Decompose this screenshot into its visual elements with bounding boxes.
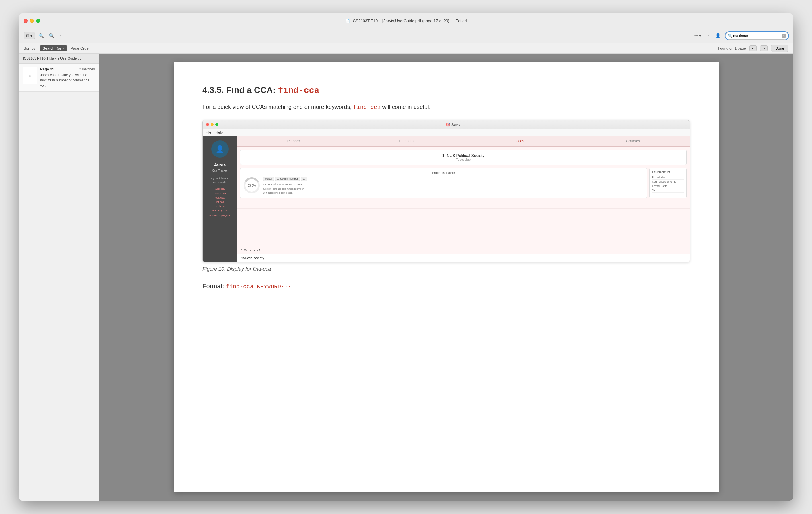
search-rank-button[interactable]: Search Rank <box>40 45 67 51</box>
empty-row <box>237 198 690 209</box>
empty-row <box>237 209 690 219</box>
result-page: Page 25 <box>40 67 54 71</box>
app-sidebar-desc: Try the following commands: <box>206 177 234 184</box>
search-sidebar: [CS2103T-T10-1][Jarvis]UserGuide.pd ▤ Pa… <box>19 54 99 501</box>
share-icon-btn[interactable]: ↑ <box>706 32 710 39</box>
tab-finances[interactable]: Finances <box>350 136 464 146</box>
app-body: 👤 Jarvis Cca Tracker Try the following c… <box>203 136 690 262</box>
share-button[interactable]: ↑ <box>58 32 62 39</box>
tab-ccas[interactable]: Ccas <box>463 136 577 146</box>
sort-by-label: Sort by: <box>24 46 36 51</box>
progress-inner: 33.3% helper subcomm member su <box>243 177 644 195</box>
format-code: find-cca KEYWORD··· <box>226 283 291 290</box>
app-title-text: 🎯 Jarvis <box>446 123 460 127</box>
svg-text:33.3%: 33.3% <box>248 184 256 187</box>
equip-item-4: Tie <box>652 188 684 192</box>
app-title-bar: 🎯 Jarvis <box>203 120 690 129</box>
sidebar-file-header: [CS2103T-T10-1][Jarvis]UserGuide.pd <box>19 54 99 64</box>
cca-card: 1. NUS Political Society Type: club <box>240 150 687 165</box>
prev-page-button[interactable]: < <box>750 45 757 51</box>
zoom-out-button[interactable]: 🔍 <box>37 32 45 39</box>
section-code: find-cca <box>278 86 319 95</box>
cca-name: 1. NUS Political Society <box>244 153 683 158</box>
pdf-page: 4.3.5. Find a CCA: find-cca For a quick … <box>174 62 719 492</box>
sidebar-toggle-button[interactable]: ⊞ ▾ <box>24 32 35 39</box>
figure-screenshot: 🎯 Jarvis File Help 👤 Jar <box>202 120 690 262</box>
search-clear-button[interactable]: ✕ <box>782 33 786 38</box>
toolbar: ⊞ ▾ 🔍 🔍 ↑ ✏ ▾ ↑ 👤 🔍 ✕ <box>19 28 793 43</box>
next-page-button[interactable]: > <box>760 45 767 51</box>
progress-info: helper subcomm member su Current milesto… <box>263 177 644 195</box>
equip-item-3: Formal Pants <box>652 184 684 188</box>
next-milestone: Next milestone: committee member <box>263 187 644 191</box>
tag-subcomm: subcomm member <box>275 177 300 181</box>
format-line: Format: find-cca KEYWORD··· <box>202 282 690 290</box>
pdf-content: 4.3.5. Find a CCA: find-cca For a quick … <box>99 54 793 501</box>
user-icon: 👤 <box>715 33 721 38</box>
result-info: Page 25 2 matches Jarvis can provide you… <box>40 67 95 88</box>
pencil-icon: ✏ <box>694 33 698 38</box>
sidebar-icon: ⊞ <box>26 33 29 38</box>
done-button[interactable]: Done <box>771 45 788 52</box>
result-text: Jarvis can provide you with the maximum … <box>40 72 95 88</box>
maximize-button[interactable] <box>36 19 40 23</box>
result-page-line: Page 25 2 matches <box>40 67 95 71</box>
found-text: Found on 1 page <box>718 46 746 51</box>
figure-caption: Figure 10. Display for find-cca <box>202 266 690 272</box>
user-button[interactable]: 👤 <box>714 32 722 39</box>
share-icon: ↑ <box>59 33 61 38</box>
find-cca-code: find-cca <box>353 104 381 111</box>
sidebar-result-item[interactable]: ▤ Page 25 2 matches Jarvis can provide y… <box>19 64 99 92</box>
chevron-down-icon: ▾ <box>699 33 701 38</box>
document-icon: 📄 <box>345 19 350 23</box>
main-window: 📄 [CS2103T-T10-1][Jarvis]UserGuide.pdf (… <box>19 13 793 501</box>
tag-helper: helper <box>263 177 274 181</box>
annotate-button[interactable]: ✏ ▾ <box>693 32 702 39</box>
app-sidebar: 👤 Jarvis Cca Tracker Try the following c… <box>203 136 237 262</box>
status-bar: 1 Ccas listed! <box>237 246 690 254</box>
result-matches: 2 matches <box>79 67 95 71</box>
milestone-tags: helper subcomm member su <box>263 177 644 181</box>
search-input[interactable] <box>725 32 788 39</box>
search-icon: 🔍 <box>728 33 732 38</box>
chevron-down-icon: ▾ <box>30 33 32 38</box>
progress-chart: 33.3% <box>243 177 260 194</box>
empty-row <box>237 219 690 229</box>
zoom-out-icon: 🔍 <box>38 33 44 38</box>
page-thumbnail: ▤ <box>23 67 37 84</box>
zoom-in-button[interactable]: 🔍 <box>48 32 56 39</box>
app-sidebar-name: Jarvis <box>214 162 226 167</box>
app-main: Planner Finances Ccas Courses 1. NUS Pol… <box>237 136 690 262</box>
equipment-title: Equipment list <box>652 171 684 174</box>
equipment-box: Equipment list Formal shirt Court shoes … <box>649 168 687 198</box>
minimize-button[interactable] <box>30 19 34 23</box>
app-details: Progress tracker 33.3% <box>240 168 687 198</box>
app-close-icon <box>206 123 209 126</box>
progress-title: Progress tracker <box>243 171 644 175</box>
window-title: 📄 [CS2103T-T10-1][Jarvis]UserGuide.pdf (… <box>345 19 467 23</box>
empty-rows <box>237 198 690 246</box>
app-menu-bar: File Help <box>203 129 690 136</box>
equip-item-1: Formal shirt <box>652 175 684 180</box>
milestones-completed: 3/9 milestones completed. <box>263 191 644 195</box>
app-maximize-icon <box>215 123 218 126</box>
app-sidebar-commands: add-cca delete-cca edit-cca list-cca fin… <box>209 187 231 217</box>
current-milestone: Current milestone: subcomm head <box>263 182 644 186</box>
tab-courses[interactable]: Courses <box>577 136 690 146</box>
app-logo-icon: 🎯 <box>446 123 450 127</box>
menu-file: File <box>206 130 211 134</box>
tab-planner[interactable]: Planner <box>237 136 350 146</box>
app-sidebar-role: Cca Tracker <box>212 169 228 172</box>
menu-help: Help <box>215 130 223 134</box>
close-button[interactable] <box>24 19 28 23</box>
title-bar: 📄 [CS2103T-T10-1][Jarvis]UserGuide.pdf (… <box>19 13 793 28</box>
main-content: [CS2103T-T10-1][Jarvis]UserGuide.pd ▤ Pa… <box>19 54 793 501</box>
export-icon: ↑ <box>707 33 709 38</box>
zoom-in-icon: 🔍 <box>49 33 55 38</box>
page-order-button[interactable]: Page Order <box>70 46 90 51</box>
section-heading: 4.3.5. Find a CCA: find-cca <box>202 85 690 95</box>
avatar: 👤 <box>211 141 229 158</box>
cca-type: Type: club <box>244 158 683 161</box>
app-tabs: Planner Finances Ccas Courses <box>237 136 690 147</box>
sort-bar: Sort by: Search Rank Page Order Found on… <box>19 43 793 54</box>
